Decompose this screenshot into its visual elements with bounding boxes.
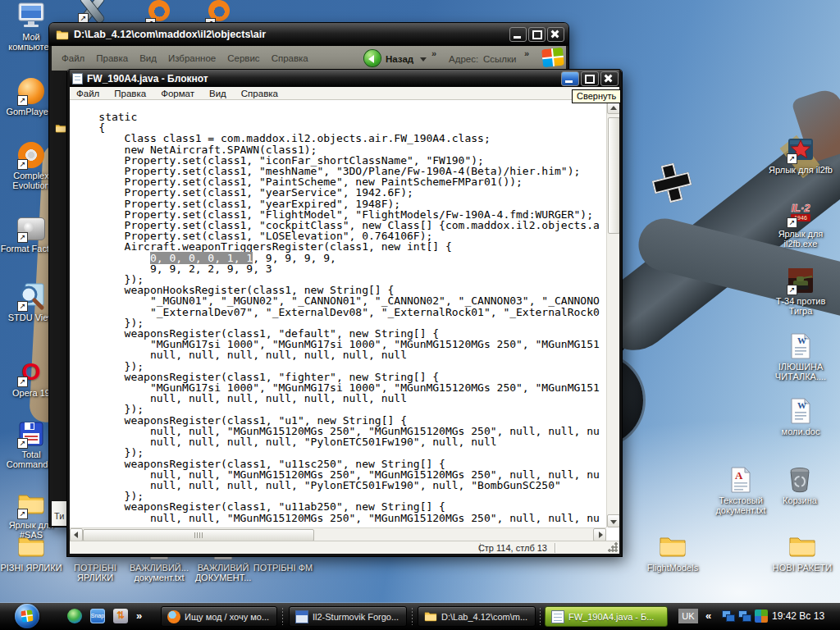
- quick-launch-chevron[interactable]: »: [136, 609, 142, 622]
- word-doc-icon: W: [786, 332, 815, 360]
- menu-format[interactable]: Формат: [161, 89, 194, 98]
- network-tray-icon[interactable]: [722, 610, 735, 622]
- vertical-scroll-thumb[interactable]: [608, 117, 620, 234]
- back-dropdown-icon[interactable]: [420, 57, 427, 65]
- desktop-icon-label: FlightModels: [647, 563, 698, 573]
- task-label: Ищу мод / хочу мо...: [185, 612, 269, 622]
- menu-tools[interactable]: Сервис: [227, 53, 259, 63]
- network-tray-icon[interactable]: [738, 610, 751, 622]
- desktop-icon-moli-doc[interactable]: W моли.doc: [766, 397, 835, 436]
- folder-icon: [16, 533, 46, 561]
- desktop-icon-label: Opera 19: [12, 388, 50, 398]
- menu-edit[interactable]: Правка: [114, 89, 146, 98]
- explorer-titlebar[interactable]: D:\Lab_4.12\com\maddox\il2\objects\air: [49, 23, 568, 46]
- menu-help[interactable]: Справка: [272, 53, 308, 63]
- minimize-button[interactable]: [561, 71, 579, 86]
- desktop-icon-rizni-yarlyky[interactable]: РІЗНІ ЯРЛИКИ: [0, 533, 62, 573]
- folder-icon: [788, 533, 817, 561]
- desktop-icon-flightmodels[interactable]: FlightModels: [638, 533, 707, 573]
- menu-favorites[interactable]: Избранное: [168, 53, 216, 63]
- start-button[interactable]: [15, 604, 39, 628]
- desktop-icon-text-document[interactable]: A Текстовый документ.txt: [706, 466, 775, 515]
- shortcut-arrow-icon: ↗: [17, 159, 28, 170]
- taskbar-task-explorer[interactable]: D:\Lab_4.12\com\m...: [418, 606, 536, 627]
- shortcut-arrow-icon: ↗: [17, 438, 28, 449]
- resize-grip[interactable]: [608, 542, 618, 552]
- taskbar-clock[interactable]: 19:42 Вс 13: [772, 610, 824, 622]
- language-indicator[interactable]: UK: [678, 609, 698, 623]
- word-doc-icon: W: [786, 397, 815, 425]
- menu-edit[interactable]: Правка: [96, 53, 128, 63]
- taskbar: Snap ⇅ » Ищу мод / хочу мо... Il2-Sturmo…: [0, 603, 840, 630]
- back-icon[interactable]: [364, 50, 381, 66]
- notepad-icon: [72, 73, 83, 84]
- toolbar-chevron[interactable]: »: [431, 48, 436, 58]
- desktop-icon-label: Т-34 против Тигра: [766, 296, 835, 316]
- desktop-icon-ilyushina-chytalka[interactable]: W ІЛЮШИНА ЧИТАЛКА....: [766, 332, 835, 381]
- notepad-window: FW_190A4.java - Блокнот Файл Правка Форм…: [67, 70, 622, 556]
- scroll-down-button[interactable]: [607, 514, 620, 527]
- desktop-icon-label: ІЛЮШИНА ЧИТАЛКА....: [766, 362, 835, 381]
- close-button[interactable]: [547, 27, 564, 42]
- svg-text:IL·2: IL·2: [791, 202, 810, 214]
- firefox-icon: [167, 610, 180, 623]
- maximize-button[interactable]: [528, 27, 546, 42]
- folder-icon: [424, 610, 437, 623]
- quick-launch-updater-icon[interactable]: ⇅: [113, 609, 128, 623]
- notepad-statusbar: Стр 114, стлб 13: [70, 541, 619, 554]
- magnifier-icon: ↗: [16, 283, 46, 311]
- desktop-icon-recycle-bin[interactable]: Корзина: [769, 466, 831, 505]
- quick-launch-snap-icon[interactable]: Snap: [90, 609, 105, 623]
- maximize-button[interactable]: [581, 71, 599, 86]
- svg-text:A: A: [735, 469, 743, 482]
- horizontal-scrollbar[interactable]: [70, 527, 606, 541]
- shortcut-arrow-icon: ↗: [17, 301, 28, 312]
- x-aircraft-icon: ↗: [77, 0, 107, 23]
- cursor-position-status: Стр 114, стлб 13: [478, 543, 547, 553]
- shortcut-arrow-icon: ↗: [787, 285, 797, 295]
- notepad-text-area[interactable]: static { Class class1 = com.maddox.il2.o…: [70, 101, 606, 527]
- taskbar-task-il2-sturmovik[interactable]: Il2-Sturmovik Forgo...: [289, 606, 407, 627]
- quick-launch-globe-icon[interactable]: [67, 609, 82, 623]
- windows-flag-icon: [21, 609, 34, 623]
- shortcut-arrow-icon: ↗: [17, 95, 28, 106]
- vertical-scrollbar[interactable]: [606, 101, 619, 527]
- explorer-toolbar: Файл Правка Вид Избранное Сервис Справка…: [52, 46, 566, 71]
- back-button-label[interactable]: Назад: [386, 54, 413, 64]
- horizontal-scroll-thumb[interactable]: [83, 529, 314, 541]
- menu-view[interactable]: Вид: [209, 89, 226, 98]
- minimize-button[interactable]: [509, 27, 527, 42]
- links-chevron[interactable]: »: [524, 48, 529, 58]
- taskbar-separator: [540, 608, 541, 625]
- notepad-menubar: Файл Правка Формат Вид Справка: [70, 87, 619, 100]
- desktop-icon-il2fb-exe-shortcut[interactable]: IL·21946 ↗ Ярлык для il2fb.exe: [766, 199, 835, 249]
- tray-collapse-chevron[interactable]: «: [705, 609, 711, 622]
- explorer-side-text: Ти: [52, 501, 68, 526]
- menu-view[interactable]: Вид: [139, 53, 157, 63]
- task-label: D:\Lab_4.12\com\m...: [441, 612, 527, 622]
- shortcut-arrow-icon: ↗: [787, 153, 797, 164]
- text-doc-icon: A: [726, 466, 756, 494]
- desktop-icon-partial-aircraft[interactable]: ↗: [75, 0, 108, 23]
- antivirus-tray-icon[interactable]: [755, 609, 768, 623]
- desktop-icon-t34-vs-tiger[interactable]: ↗ Т-34 против Тигра: [766, 267, 835, 316]
- desktop-icon-il2fb-shortcut[interactable]: ↗ Ярлык для il2fb: [766, 135, 835, 175]
- floppy-icon: ↗: [16, 420, 46, 448]
- menu-help[interactable]: Справка: [241, 89, 278, 98]
- notepad-titlebar[interactable]: FW_190A4.java - Блокнот: [67, 70, 622, 87]
- taskbar-task-notepad-active[interactable]: FW_190A4.java - Б...: [545, 606, 668, 627]
- menu-file[interactable]: Файл: [62, 53, 84, 63]
- taskbar-task-firefox[interactable]: Ищу мод / хочу мо...: [161, 606, 277, 627]
- tank-icon: ↗: [786, 267, 815, 294]
- close-button[interactable]: [600, 71, 619, 86]
- links-label[interactable]: Ссылки: [483, 54, 517, 64]
- desktop-icon-label: Корзина: [783, 495, 817, 505]
- menu-file[interactable]: Файл: [76, 89, 99, 98]
- scroll-left-button[interactable]: [70, 528, 83, 541]
- address-label: Адрес:: [449, 54, 478, 64]
- red-star-icon: ↗: [786, 135, 815, 163]
- scroll-right-button[interactable]: [593, 528, 606, 541]
- desktop-icon-label: Ярлык для il2fb.exe: [766, 229, 835, 249]
- desktop-icon-novi-rakety[interactable]: НОВІ РАКЕТИ: [768, 533, 837, 573]
- folder-icon: [56, 29, 69, 40]
